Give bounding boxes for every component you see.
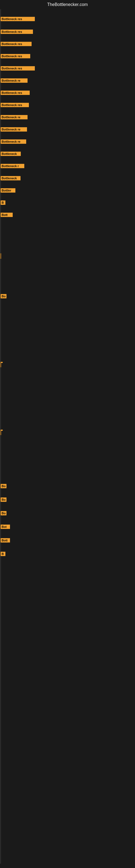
bar-label: Bot — [1, 525, 10, 529]
bar-label: Bott — [1, 213, 13, 217]
tick-mark-3 — [1, 430, 1, 435]
bar-item: Bottleneck — [1, 176, 20, 180]
tick-mark-2 — [1, 362, 1, 367]
bar-item: Bo — [1, 294, 6, 299]
bar-label: Bottleneck res — [1, 30, 33, 34]
bar-label: B — [1, 552, 5, 556]
bar-item: Bo — [1, 497, 6, 502]
bar-item: Bottleneck res — [1, 30, 33, 34]
tick-mark — [1, 253, 1, 259]
bar-label: B — [1, 200, 5, 205]
bar-label: Bo — [1, 497, 6, 502]
bar-label: Bottleneck re — [1, 140, 26, 144]
bar-item: Bo — [1, 484, 6, 488]
bar-item: Bot — [1, 525, 10, 529]
bar-label: Bottleneck res — [1, 103, 29, 107]
bar-label: Bottleneck re — [1, 127, 27, 131]
bar-label: Bottleneck res — [1, 42, 32, 46]
bar-item: Bottleneck res — [1, 91, 30, 95]
bar-item: Bottleneck re — [1, 140, 26, 144]
bar-item: Bottleneck r — [1, 164, 24, 168]
bar-item: Bottleneck res — [1, 103, 29, 107]
bar-label: Bottleneck res — [1, 66, 35, 70]
bar-label: Bott — [1, 538, 10, 542]
bar-item: Bottleneck res — [1, 42, 32, 46]
bar-label: Bottleneck res — [1, 91, 30, 95]
bar-label: Bottleneck — [1, 152, 21, 156]
bar-item: B — [1, 200, 5, 205]
bar-label: Bottleneck res — [1, 54, 30, 58]
bar-label: Bo — [1, 484, 6, 488]
bar-item: Bott — [1, 538, 10, 542]
bar-label: Bo — [1, 294, 6, 299]
bar-label: Bottleneck res — [1, 17, 35, 21]
site-title: TheBottlenecker.com — [0, 0, 135, 9]
bar-item: Bottleneck — [1, 152, 21, 156]
bar-item: Bottleneck res — [1, 54, 30, 58]
bar-label: Bo — [1, 511, 6, 516]
bar-item: Bottler — [1, 188, 15, 193]
bar-item: Bottleneck res — [1, 17, 35, 21]
bar-label: Bottler — [1, 188, 15, 193]
chart-area: Bottleneck resBottleneck resBottleneck r… — [0, 9, 135, 864]
bar-item: Bottleneck re — [1, 127, 27, 131]
bar-item: Bo — [1, 511, 6, 516]
bar-item: Bott — [1, 213, 13, 217]
bar-item: Bottleneck re — [1, 79, 28, 83]
bar-item: Bottleneck res — [1, 66, 35, 70]
bar-item: Bottleneck re — [1, 115, 28, 119]
bar-label: Bottleneck re — [1, 79, 28, 83]
bar-label: Bottleneck — [1, 176, 20, 180]
bar-label: Bottleneck re — [1, 115, 28, 119]
bar-item: B — [1, 552, 5, 556]
bar-label: Bottleneck r — [1, 164, 24, 168]
